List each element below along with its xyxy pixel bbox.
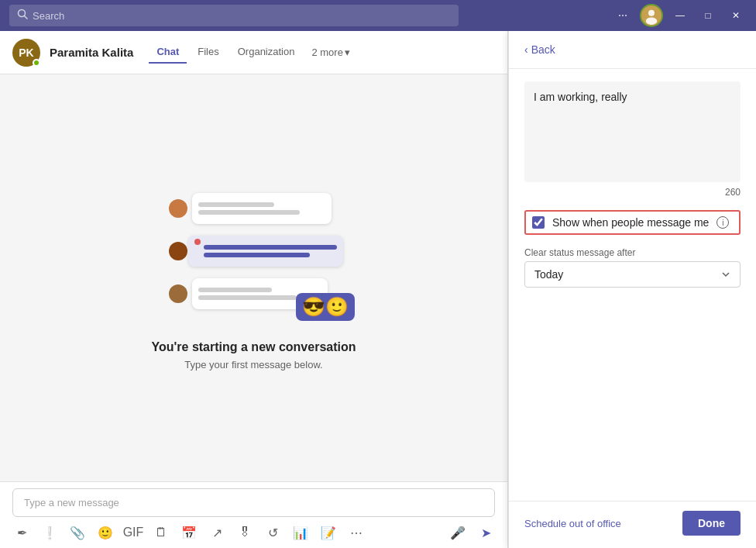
important-icon[interactable]: ❕: [40, 523, 59, 542]
more-tabs-button[interactable]: 2 more ▾: [311, 47, 349, 58]
praise-icon[interactable]: 🎖: [235, 523, 254, 542]
char-count: 260: [524, 187, 741, 198]
mini-avatar-3: [169, 284, 187, 303]
show-when-message-checkbox[interactable]: [532, 216, 545, 229]
search-input[interactable]: [33, 10, 451, 22]
clear-after-label: Clear status message after: [524, 247, 741, 258]
share-icon[interactable]: ↗: [208, 523, 226, 542]
svg-line-1: [25, 16, 28, 19]
sticker-icon[interactable]: 🗒: [152, 523, 170, 542]
maximize-button[interactable]: □: [697, 5, 719, 26]
status-dot: [33, 59, 40, 67]
tab-files[interactable]: Files: [190, 41, 226, 64]
emoji-box: 😎🙂: [296, 293, 355, 321]
close-button[interactable]: ✕: [725, 5, 747, 26]
checkbox-label: Show when people message me: [552, 216, 709, 229]
chat-header: PK Paramita Kalita Chat Files Organizati…: [0, 31, 507, 74]
clear-after-section: Clear status message after Never 30 minu…: [524, 247, 741, 288]
whiteboard-icon[interactable]: 📝: [319, 523, 338, 542]
more-tools-icon[interactable]: ⋯: [347, 523, 366, 542]
status-message-input[interactable]: [524, 81, 741, 182]
schedule-out-of-office-link[interactable]: Schedule out of office: [524, 518, 621, 529]
tab-chat[interactable]: Chat: [149, 41, 187, 64]
send-button[interactable]: ➤: [476, 523, 495, 542]
main-layout: PK Paramita Kalita Chat Files Organizati…: [0, 31, 756, 548]
contact-name: Paramita Kalita: [50, 46, 133, 59]
attach-icon[interactable]: 📎: [68, 523, 87, 542]
start-conversation-title: You're starting a new conversation: [151, 340, 356, 354]
contact-avatar: PK: [12, 39, 40, 67]
minimize-button[interactable]: —: [669, 5, 691, 26]
message-input-box[interactable]: Type a new message: [12, 488, 495, 517]
start-conversation-subtitle: Type your first message below.: [151, 359, 356, 371]
chat-illustration: 😎🙂: [146, 185, 363, 325]
format-icon[interactable]: ✒: [12, 523, 31, 542]
chat-content: 😎🙂 You're starting a new conversation Ty…: [0, 74, 507, 481]
search-box[interactable]: [9, 5, 459, 26]
search-icon: [17, 9, 28, 22]
clear-after-select[interactable]: Never 30 minutes 1 hour Today This week …: [524, 261, 741, 288]
nav-tabs: Chat Files Organization: [149, 41, 302, 64]
done-button[interactable]: Done: [682, 511, 741, 536]
message-input-area: Type a new message ✒ ❕ 📎 🙂 GIF 🗒 📅 ↗ 🎖 ↺…: [0, 481, 507, 548]
emoji-icon[interactable]: 🙂: [96, 523, 115, 542]
mini-avatar-2: [169, 242, 187, 260]
gif-icon[interactable]: GIF: [124, 523, 143, 542]
title-bar: ⋯ — □ ✕: [0, 0, 756, 31]
show-when-message-row: Show when people message me i: [524, 210, 741, 235]
svg-point-4: [646, 17, 657, 25]
right-panel: ‹ Back 260 Show when people message me i…: [508, 31, 756, 548]
message-toolbar: ✒ ❕ 📎 🙂 GIF 🗒 📅 ↗ 🎖 ↺ 📊 📝 ⋯ 🎤 ➤: [12, 523, 495, 542]
panel-footer: Schedule out of office Done: [509, 501, 756, 548]
audio-icon[interactable]: 📊: [291, 523, 310, 542]
avatar[interactable]: [640, 4, 663, 27]
back-chevron-icon: ‹: [524, 43, 528, 56]
chat-bubble-2: [188, 236, 343, 267]
mini-avatar-1: [169, 199, 187, 218]
panel-body: 260 Show when people message me i Clear …: [509, 69, 756, 501]
back-label: Back: [531, 43, 555, 56]
start-conversation: You're starting a new conversation Type …: [151, 340, 356, 371]
more-options-icon[interactable]: ⋯: [612, 5, 634, 26]
tab-organization[interactable]: Organization: [230, 41, 303, 64]
info-icon[interactable]: i: [716, 216, 729, 229]
dictate-icon[interactable]: 🎤: [448, 523, 467, 542]
title-bar-controls: ⋯ — □ ✕: [612, 4, 747, 27]
chevron-down-icon: ▾: [345, 47, 350, 58]
chat-bubble-1: [192, 193, 332, 224]
chat-area: PK Paramita Kalita Chat Files Organizati…: [0, 31, 508, 548]
meeting-icon[interactable]: 📅: [180, 523, 198, 542]
back-button[interactable]: ‹ Back: [524, 43, 555, 56]
loop-icon[interactable]: ↺: [263, 523, 282, 542]
panel-header: ‹ Back: [509, 31, 756, 69]
svg-point-3: [648, 10, 655, 16]
